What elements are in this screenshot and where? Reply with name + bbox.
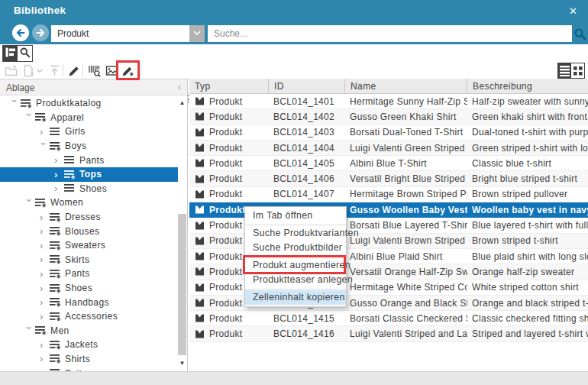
search-product-variants-button[interactable]: [86, 63, 102, 78]
close-button[interactable]: ✕: [566, 4, 580, 18]
search-view-toggle[interactable]: [18, 46, 32, 61]
cell-name: Hermitage Brown Striped Pullov...: [345, 189, 467, 199]
catalog-icon: [50, 354, 61, 364]
cell-beschreibung: Green khaki shirt with front poc...: [467, 112, 588, 122]
sidebar-item-girls[interactable]: › Girls: [0, 125, 178, 139]
sidebar-item-suits[interactable]: › Suits: [0, 366, 178, 371]
table-row[interactable]: Produkt BCL014_1416 Luigi Valenti Stripe…: [189, 326, 588, 341]
cell-id: BCL014_1401: [269, 96, 345, 107]
back-button[interactable]: [12, 24, 29, 41]
context-menu-item-0[interactable]: Im Tab öffnen: [245, 209, 346, 223]
sidebar-item-blouses[interactable]: › Blouses: [0, 224, 178, 238]
catalog-icon: [64, 155, 76, 165]
tree-chevron-icon: ›: [40, 270, 48, 278]
cell-beschreibung: Brown striped pullover: [467, 189, 588, 199]
sidebar-item-shirts[interactable]: › Shirts: [0, 352, 178, 367]
cell-typ: Produkt: [209, 220, 242, 231]
scroll-down-icon[interactable]: ▼: [177, 358, 187, 368]
cell-name: Versatil Orange Half-Zip Sweater: [345, 267, 467, 277]
context-menu-item-1[interactable]: Suche Produktvarianten: [245, 226, 346, 241]
tree-item-label: Tops: [79, 169, 102, 180]
product-images-button[interactable]: [104, 63, 119, 78]
tree-chevron-icon: ›: [40, 227, 48, 235]
product-type-icon: [195, 298, 205, 308]
column-header-typ[interactable]: Typ: [189, 79, 269, 93]
upload-button[interactable]: [47, 63, 62, 78]
table-row[interactable]: Produkt BCL014_1415 Borsati Classic Chec…: [189, 311, 588, 326]
context-menu-item-4[interactable]: Produktteaser anlegen: [245, 273, 346, 287]
list-view-button[interactable]: [557, 63, 571, 79]
menu-divider: [245, 289, 346, 290]
sidebar-item-men[interactable]: › Men: [0, 324, 178, 338]
table-row[interactable]: Produkt BCL014_1405 Albini Blue T-Shirt …: [189, 156, 588, 171]
sidebar-item-shoes[interactable]: › Shoes: [0, 182, 178, 196]
scrollbar-thumb[interactable]: [178, 214, 186, 355]
cell-typ: Produkt: [209, 173, 242, 184]
column-header-beschreibung[interactable]: Beschreibung: [467, 79, 588, 93]
catalog-icon: [50, 340, 61, 350]
cell-name: Luigi Valenti Green Striped T-Shirt: [345, 143, 467, 154]
sidebar-item-sweaters[interactable]: › Sweaters: [0, 238, 178, 253]
cell-name: Albini Blue T-Shirt: [345, 158, 467, 169]
catalog-icon: [50, 254, 61, 264]
scroll-up-icon[interactable]: ▲: [177, 98, 187, 108]
context-menu-item-2[interactable]: Suche Produktbilder: [245, 241, 346, 255]
new-document-button[interactable]: [21, 63, 36, 78]
sidebar-item-shoes[interactable]: › Shoes: [0, 281, 178, 296]
column-header-name[interactable]: Name: [345, 79, 467, 93]
status-bar: [0, 371, 588, 385]
column-header-id[interactable]: ID: [269, 79, 345, 93]
cell-typ: Produkt: [209, 205, 245, 215]
cell-id: BCL014_1406: [269, 173, 345, 184]
cell-name: Luigi Valenti Striped and Layere...: [345, 328, 467, 339]
sidebar-item-apparel[interactable]: › Apparel: [0, 111, 178, 125]
new-document-menu-button[interactable]: [35, 63, 44, 78]
search-input[interactable]: [208, 25, 572, 42]
sidebar-item-accessories[interactable]: › Accessories: [0, 309, 178, 324]
cell-typ: Produkt: [209, 267, 242, 277]
sidebar-item-tops[interactable]: › Tops: [0, 167, 178, 182]
search-icon[interactable]: [573, 28, 586, 40]
context-menu-item-5[interactable]: Zelleninhalt kopieren: [245, 290, 346, 305]
catalog-icon: [35, 112, 47, 122]
window-title: Bibliothek: [14, 5, 66, 16]
search-type-select[interactable]: Produkt: [51, 25, 205, 42]
sidebar-item-pants[interactable]: › Pants: [0, 153, 178, 167]
product-type-icon: [195, 221, 205, 231]
magnifier-icon: [19, 47, 31, 60]
table-row[interactable]: Produkt BCL014_1407 Hermitage Brown Stri…: [189, 187, 588, 202]
menu-divider: [245, 257, 346, 257]
table-row[interactable]: Produkt BCL014_1403 Borsati Dual-Toned T…: [189, 125, 588, 141]
table-row[interactable]: Produkt BCL014_1402 Gusso Green Khaki Sh…: [189, 109, 588, 125]
product-type-icon: [195, 189, 205, 199]
table-row[interactable]: Produkt BCL014_1404 Luigi Valenti Green …: [189, 141, 588, 156]
table-header: Typ ID Name Beschreibung: [189, 79, 588, 94]
cell-beschreibung: Classic checkered fitting shirt: [467, 313, 588, 324]
sidebar-title: Ablage: [6, 82, 34, 93]
table-row[interactable]: Produkt BCL014_1401 Hermitage Sunny Half…: [189, 94, 588, 109]
cell-typ: Produkt: [209, 158, 242, 169]
edit-button[interactable]: [66, 63, 82, 78]
sidebar-item-women[interactable]: › Women: [0, 196, 178, 210]
collapse-panel-icon[interactable]: ‹: [178, 82, 181, 92]
context-menu-item-3[interactable]: Produkt augmentieren: [245, 258, 346, 273]
cell-name: Hermitage Sunny Half-Zip Swea...: [345, 96, 467, 107]
sidebar-item-boys[interactable]: › Boys: [0, 139, 178, 154]
sidebar-item-produktkatalog[interactable]: › Produktkatalog: [0, 96, 178, 111]
cell-beschreibung: Half-zip sweater with sunny col...: [467, 96, 588, 107]
tree-chevron-icon: ›: [40, 128, 48, 136]
cell-name: Albini Blue Plaid Shirt: [345, 251, 467, 262]
new-folder-button[interactable]: [3, 63, 18, 78]
grid-view-button[interactable]: [571, 63, 585, 79]
sidebar-item-jackets[interactable]: › Jackets: [0, 338, 178, 352]
forward-button[interactable]: [32, 24, 49, 41]
catalog-icon: [64, 170, 76, 180]
sidebar-item-skirts[interactable]: › Skirts: [0, 253, 178, 267]
table-row[interactable]: Produkt BCL014_1406 Versatil Bright Blue…: [189, 171, 588, 186]
sidebar-item-handbags[interactable]: › Handbags: [0, 295, 178, 309]
sidebar-item-pants[interactable]: › Pants: [0, 267, 178, 281]
cell-name: Borsati Classic Checkered Shirt: [345, 313, 467, 324]
augment-product-wand-button[interactable]: [120, 63, 135, 78]
tree-view-toggle[interactable]: [3, 46, 18, 61]
sidebar-item-dresses[interactable]: › Dresses: [0, 210, 178, 225]
